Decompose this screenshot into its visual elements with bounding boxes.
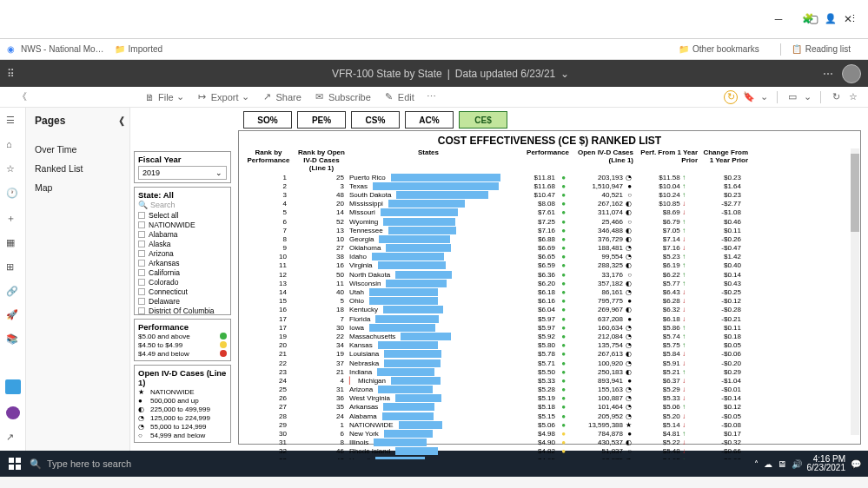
table-row[interactable]: 1116Virginia$6.59●288,325◐$6.19 ↑$0.40 <box>241 261 858 270</box>
bookmark-reading-list[interactable]: 📋 Reading list <box>792 43 851 56</box>
state-checkbox-row[interactable]: Arizona <box>138 248 227 258</box>
collapse-pages-icon[interactable]: 《 <box>114 115 124 129</box>
fy-dropdown[interactable]: 2019 ⌄ <box>138 166 227 180</box>
state-checkbox-row[interactable]: NATIONWIDE <box>138 220 227 229</box>
home-icon[interactable]: ⌂ <box>6 139 19 151</box>
more-vert-icon[interactable]: ⋮ <box>845 10 861 26</box>
table-row[interactable]: 2824Alabama$5.15●205,952◔$5.20 ↓-$0.05 <box>241 412 858 420</box>
grid-icon[interactable]: ▦ <box>6 237 19 249</box>
table-row[interactable]: 348South Dakota$10.47●40,521○$10.24 ↑$0.… <box>241 190 858 199</box>
bookmark-other[interactable]: 📁 Other bookmarks <box>679 43 759 56</box>
profile-avatar[interactable] <box>842 64 861 83</box>
table-row[interactable]: 155Ohio$6.16●795,775●$6.28 ↓-$0.12 <box>241 297 858 306</box>
share-alt-icon[interactable]: 🔗 <box>6 286 19 298</box>
table-row[interactable]: 1730Iowa$5.97●160,634◔$5.86 ↑$0.11 <box>241 323 858 332</box>
favorite-icon[interactable]: ☆ <box>6 163 19 175</box>
metric-tab-ce[interactable]: CE$ <box>459 111 507 129</box>
bookmark-icon[interactable]: 🔖 <box>743 91 755 103</box>
state-checkbox-row[interactable]: District Of Columbia <box>138 306 227 315</box>
vertical-scrollbar[interactable] <box>851 148 859 435</box>
page-nav-item[interactable]: Ranked List <box>35 159 129 178</box>
toolbar-more[interactable]: ⋯ <box>427 91 436 102</box>
table-row[interactable]: 810Georgia$6.88●376,729◐$7.14 ↓-$0.26 <box>241 234 858 243</box>
metric-tab-so[interactable]: SO% <box>243 111 292 129</box>
workspace-icon[interactable] <box>5 379 21 394</box>
bookmark-imported[interactable]: 📁 Imported <box>115 44 162 55</box>
tray-network-icon[interactable]: 🖥 <box>778 459 786 469</box>
window-minimize-icon[interactable]: ─ <box>765 9 792 30</box>
taskbar-search[interactable]: 🔍Type here to search <box>30 458 177 470</box>
reset-icon[interactable]: ↻ <box>724 90 738 104</box>
refresh-icon[interactable]: ↻ <box>830 91 842 103</box>
tray-volume-icon[interactable]: 🔊 <box>792 459 802 469</box>
state-checkbox-row[interactable]: Delaware <box>138 296 227 306</box>
table-row[interactable]: 2034Kansas$5.80●135,754◔$5.75 ↑$0.05 <box>241 341 858 350</box>
state-search-input[interactable]: 🔍Search <box>138 200 227 210</box>
dash-icon[interactable]: ▭ <box>786 91 798 103</box>
table-row[interactable]: 927Oklahoma$6.69●188,481◔$7.16 ↓-$0.47 <box>241 244 858 253</box>
metric-tab-pe[interactable]: PE% <box>297 111 346 129</box>
waffle-drag-icon[interactable]: ⠿ <box>7 68 19 80</box>
table-row[interactable]: 2531Arizona$5.28●155,163◔$5.29 ↓-$0.01 <box>241 386 858 394</box>
table-row[interactable]: 2735Arkansas$5.18●101,464◔$5.06 ↑$0.12 <box>241 403 858 412</box>
toolbar-subscribe[interactable]: ✉Subscribe <box>314 91 371 103</box>
table-row[interactable]: 177Florida$5.97●637,208●$6.18 ↓-$0.21 <box>241 314 858 323</box>
more-horiz-icon[interactable]: ⋯ <box>823 68 833 80</box>
table-row[interactable]: 1311Wisconsin$6.20●357,182◐$5.77 ↑$0.43 <box>241 279 858 287</box>
expand-icon[interactable]: ↗ <box>6 432 19 444</box>
chevron-down-icon[interactable]: ⌄ <box>804 91 812 102</box>
state-checkbox-row[interactable]: Colorado <box>138 277 227 287</box>
chevron-down-icon[interactable]: ⌄ <box>560 68 569 80</box>
table-row[interactable]: 318Illinois$4.90●430,537◐$5.22 ↓-$0.32 <box>241 439 858 447</box>
star-icon[interactable]: ☆ <box>847 91 859 103</box>
library-icon[interactable]: 📚 <box>6 333 19 346</box>
table-row[interactable]: 1250North Dakota$6.36●33,176○$6.22 ↑$0.1… <box>241 270 858 279</box>
table-row[interactable]: 2321Indiana$5.50●250,183◐$5.21 ↑$0.29 <box>241 367 858 376</box>
toolbar-share[interactable]: ↗Share <box>262 91 301 103</box>
table-row[interactable]: 1038Idaho$6.65●99,554◔$5.23 ↑$1.42 <box>241 253 858 261</box>
table-row[interactable]: 2636West Virginia$5.19●100,887◔$5.33 ↓-$… <box>241 394 858 403</box>
table-row[interactable]: 514Missouri$7.61●311,074◐$8.69 ↓-$1.08 <box>241 208 858 217</box>
state-checkbox-row[interactable]: Alaska <box>138 239 227 248</box>
table-row[interactable]: 2237Nebraska$5.71●100,920◔$5.91 ↓-$0.20 <box>241 359 858 367</box>
workspace2-icon[interactable] <box>6 406 20 419</box>
state-checkbox-row[interactable]: California <box>138 267 227 277</box>
tray-cloud-icon[interactable]: ☁ <box>764 459 772 469</box>
page-nav-item[interactable]: Over Time <box>35 140 129 159</box>
table-row[interactable]: 1618Kentucky$6.04●269,967◐$6.32 ↓-$0.28 <box>241 306 858 314</box>
table-row[interactable]: 244▏Michigan$5.33●893,941●$6.37 ↓-$1.04 <box>241 376 858 385</box>
add-icon[interactable]: ＋ <box>6 212 19 225</box>
table-row[interactable]: 291NATIONWIDE$5.06●13,595,388★$5.14 ↓-$0… <box>241 420 858 429</box>
state-checkbox-row[interactable]: Arkansas <box>138 258 227 267</box>
table-row[interactable]: 2119Louisiana$5.78●267,613◐$5.84 ↓-$0.06 <box>241 350 858 359</box>
table-row[interactable]: 125Puerto Rico$11.81●203,193◔$11.58 ↑$0.… <box>241 173 858 181</box>
page-nav-item[interactable]: Map <box>35 178 129 197</box>
rocket-icon[interactable]: 🚀 <box>6 309 19 321</box>
table-row[interactable]: 1922Massachusetts$5.92●212,084◔$5.74 ↑$0… <box>241 332 858 340</box>
metric-tab-cs[interactable]: CS% <box>351 111 400 129</box>
chevron-down-icon[interactable]: ⌄ <box>760 91 768 102</box>
table-row[interactable]: 1440Utah$6.18●86,161◔$6.43 ↓-$0.25 <box>241 287 858 296</box>
table-row[interactable]: 652Wyoming$7.25●25,466○$6.79 ↑$0.46 <box>241 217 858 226</box>
table-row[interactable]: 3342Hawaii$4.65●62,975◔$4.63 ↑$0.02 <box>241 456 858 459</box>
apps-icon[interactable]: ⊞ <box>6 261 19 274</box>
state-checkbox-row[interactable]: Select all <box>138 210 227 220</box>
notifications-icon[interactable]: 💬 <box>851 459 861 469</box>
state-checkbox-row[interactable]: Connecticut <box>138 287 227 296</box>
table-row[interactable]: 713Tennessee$7.16●346,488◐$7.05 ↑$0.11 <box>241 226 858 234</box>
state-checkbox-row[interactable]: Alabama <box>138 229 227 239</box>
table-body[interactable]: 125Puerto Rico$11.81●203,193◔$11.58 ↑$0.… <box>241 173 858 459</box>
tray-chevron-up-icon[interactable]: ˄ <box>754 459 759 469</box>
recent-icon[interactable]: 🕐 <box>6 188 19 200</box>
pages-collapse-icon[interactable]: 《 <box>17 90 27 103</box>
table-row[interactable]: 23Texas$11.68●1,510,947●$10.04 ↑$1.64 <box>241 181 858 190</box>
toolbar-edit[interactable]: ✎Edit <box>383 91 414 103</box>
table-row[interactable]: 306New York$4.98●784,878●$4.81 ↑$0.17 <box>241 429 858 438</box>
metric-tab-ac[interactable]: AC% <box>405 111 454 129</box>
bookmark-nws[interactable]: ◉ NWS - National Mo… <box>7 44 104 55</box>
profile-avatar-icon[interactable]: 👤 <box>823 10 838 26</box>
table-row[interactable]: 420Mississippi$8.08●267,162◐$10.85 ↓-$2.… <box>241 200 858 208</box>
toolbar-file[interactable]: 🗎File⌄ <box>143 91 184 103</box>
start-button[interactable] <box>0 458 30 470</box>
toolbar-export[interactable]: ↦Export⌄ <box>196 91 249 103</box>
